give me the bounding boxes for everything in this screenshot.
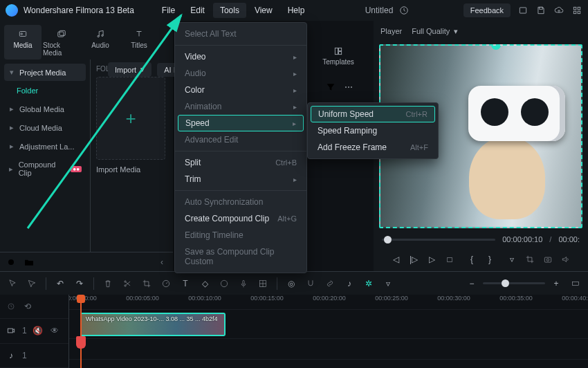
undo-button[interactable]: ↶ (55, 278, 66, 289)
filter-icon[interactable] (325, 82, 336, 93)
audio-track-header[interactable]: ♪ 1 (0, 344, 68, 368)
stop-button[interactable]: □ (443, 253, 456, 266)
marker-tool-icon[interactable]: ▿ (383, 278, 394, 289)
preview-playhead-marker[interactable] (491, 44, 501, 50)
mark-out-button[interactable]: } (484, 253, 496, 266)
apps-icon[interactable] (571, 5, 582, 16)
timeline-playhead[interactable] (80, 295, 82, 368)
zoom-slider[interactable] (483, 282, 545, 284)
menu-item-trim[interactable]: Trim▸ (175, 171, 306, 187)
step-back-button[interactable]: |▷ (407, 253, 420, 266)
preview-content (469, 136, 545, 219)
magnet-icon[interactable] (305, 278, 316, 289)
menu-item-create-compound-clip[interactable]: Create Compound ClipAlt+G (175, 210, 306, 227)
sidebar-item-compound[interactable]: ▸ Compound Clip ●● (4, 156, 86, 181)
preview-content-headset (468, 86, 565, 141)
import-dropzone[interactable]: + (96, 77, 165, 160)
menu-item-save-as-compound-clip-custom: Save as Compound Clip Custom (175, 243, 306, 270)
menu-help[interactable]: Help (281, 3, 312, 18)
menu-item-uniform-speed[interactable]: Uniform SpeedCtrl+R (311, 106, 435, 122)
feedback-button[interactable]: Feedback (463, 3, 511, 17)
menu-item-speed[interactable]: Speed▸ (178, 115, 304, 131)
marker-button[interactable]: ▿ (506, 253, 518, 266)
menu-item-animation: Animation▸ (175, 98, 306, 115)
speed-tool-icon[interactable] (160, 278, 172, 289)
prev-frame-button[interactable]: ◁ (389, 253, 402, 266)
keyframe-icon[interactable]: ◇ (199, 278, 210, 289)
video-track[interactable]: WhatsApp Video 2023-10-... 3.08 ... 35 .… (69, 310, 588, 339)
menu-item-split[interactable]: SplitCtrl+B (175, 154, 306, 171)
more-icon[interactable]: ⋯ (343, 82, 354, 93)
timeline-tracks[interactable]: 00:00:00:0000:00:05:0000:00:10:0000:00:1… (69, 295, 588, 368)
snapshot-icon[interactable] (542, 253, 554, 266)
tab-media[interactable]: Media (4, 25, 42, 59)
menu-item-video[interactable]: Video▸ (175, 48, 306, 65)
timeline-link-icon[interactable]: ⟲ (22, 301, 33, 312)
zoom-fit-icon[interactable] (570, 278, 581, 289)
volume-icon[interactable] (560, 253, 572, 266)
redo-button[interactable]: ↷ (74, 278, 85, 289)
crop-icon[interactable] (524, 253, 536, 266)
color-tool-icon[interactable] (219, 278, 230, 289)
play-button[interactable]: ▷ (425, 253, 438, 266)
zoom-thumb[interactable] (502, 279, 509, 287)
sidebar-item-project-media[interactable]: ▾ Project Media (4, 64, 86, 81)
mark-in-button[interactable]: { (466, 253, 478, 266)
split-icon[interactable] (122, 278, 133, 289)
import-button[interactable]: Import ▾ (108, 62, 151, 77)
audio-track-number: 1 (22, 351, 27, 360)
target-icon[interactable]: ◎ (286, 278, 297, 289)
zoom-out-button[interactable]: − (466, 278, 477, 289)
cloud-upload-icon[interactable] (553, 5, 564, 16)
sidebar-item-folder[interactable]: Folder (4, 82, 86, 99)
mute-track-icon[interactable]: 🔇 (33, 325, 44, 336)
timeline-toolbar: ↶ ↷ T ◇ ◎ ♪ ✲ ▿ − + (0, 271, 588, 295)
menu-item-add-freeze-frame[interactable]: Add Freeze FrameAlt+F (308, 139, 438, 156)
auto-icon[interactable]: ✲ (363, 278, 374, 289)
save-icon[interactable] (535, 5, 546, 16)
sidebar-item-cloud[interactable]: ▸ Cloud Media (4, 119, 86, 136)
zoom-in-button[interactable]: + (551, 278, 562, 289)
scrubber-track[interactable] (382, 239, 495, 241)
voice-icon[interactable] (238, 278, 249, 289)
player-label: Player (380, 27, 402, 35)
new-folder-icon[interactable] (24, 257, 35, 268)
timeline-options-icon[interactable] (6, 301, 17, 312)
sidebar-item-adjustment[interactable]: ▸ Adjustment La... (4, 138, 86, 155)
music-tool-icon[interactable]: ♪ (344, 278, 355, 289)
tab-audio[interactable]: Audio (82, 25, 119, 59)
menu-file[interactable]: File (155, 3, 182, 18)
svg-point-20 (125, 284, 126, 286)
tab-templates[interactable]: Templates (314, 46, 362, 66)
link-icon[interactable] (324, 278, 336, 289)
layout-icon[interactable] (517, 5, 529, 16)
collapse-icon[interactable]: ‹ (156, 257, 167, 268)
pointer-tool-icon[interactable] (7, 278, 18, 289)
crop-tool-icon[interactable] (141, 278, 152, 289)
tab-templates-label: Templates (322, 58, 354, 66)
menu-view[interactable]: View (248, 3, 279, 18)
quality-dropdown[interactable]: Full Quality ▾ (412, 27, 458, 36)
svg-rect-5 (573, 11, 576, 14)
audio-track[interactable] (69, 339, 588, 360)
menu-edit[interactable]: Edit (183, 3, 212, 18)
visibility-icon[interactable]: 👁 (49, 325, 60, 336)
tab-stock[interactable]: Stock Media (43, 25, 80, 59)
timeline-ruler[interactable]: 00:00:00:0000:00:05:0000:00:10:0000:00:1… (69, 295, 588, 310)
menu-item-color[interactable]: Color▸ (175, 82, 306, 98)
menu-tools[interactable]: Tools (213, 3, 246, 18)
timeline-clip[interactable]: WhatsApp Video 2023-10-... 3.08 ... 35 .… (80, 313, 226, 336)
delete-icon[interactable] (102, 278, 113, 289)
sidebar-item-global[interactable]: ▸ Global Media (4, 100, 86, 118)
menu-item-speed-ramping[interactable]: Speed Ramping (308, 122, 438, 139)
record-icon[interactable] (6, 257, 17, 268)
video-track-header[interactable]: 1 🔇 👁 (0, 319, 68, 343)
video-track-number: 1 (22, 326, 27, 335)
select-tool-icon[interactable] (26, 278, 37, 289)
text-tool-icon[interactable]: T (180, 278, 191, 289)
menu-item-label: Animation (185, 102, 288, 111)
grid-icon[interactable] (257, 278, 268, 289)
tab-titles[interactable]: Titles (120, 25, 158, 59)
scrubber-thumb[interactable] (384, 236, 392, 243)
playhead-handle[interactable] (76, 336, 86, 349)
